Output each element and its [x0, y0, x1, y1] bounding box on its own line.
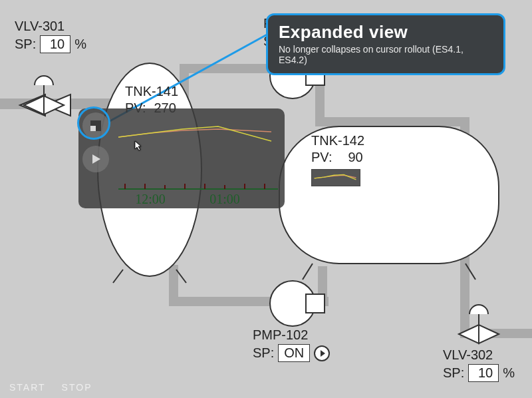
svg-line-6: [303, 264, 313, 280]
trend-x-tick-0: 12:00: [135, 192, 166, 206]
valve-vlv301: [20, 76, 70, 116]
tnk142-tag: TNK-142: [311, 133, 364, 148]
vlv301-sp-label: SP:: [15, 37, 36, 52]
vlv302-sp-value[interactable]: 10: [468, 364, 499, 382]
trend-plot: 12:00 01:00: [118, 114, 278, 208]
cursor-icon: [133, 140, 145, 154]
pmp102-tag: PMP-102: [253, 327, 330, 343]
vlv301-unit: %: [74, 37, 86, 52]
stop-button[interactable]: STOP: [62, 382, 92, 393]
svg-line-7: [466, 264, 475, 280]
trend-x-tick-1: 01:00: [209, 192, 240, 206]
svg-line-1: [113, 270, 123, 283]
vlv301-field: VLV-301 SP: 10 %: [15, 19, 86, 53]
vlv301-sp-value[interactable]: 10: [40, 35, 70, 53]
vlv302-unit: %: [503, 365, 515, 381]
play-icon: [89, 152, 102, 166]
svg-rect-9: [306, 294, 325, 313]
vlv302-sp-label: SP:: [443, 365, 464, 381]
trend-play-button[interactable]: [82, 146, 109, 172]
pump-pmp102: [270, 281, 325, 326]
pmp102-play-button[interactable]: [314, 345, 330, 361]
callout-target-ring: [77, 106, 110, 140]
svg-marker-13: [92, 154, 100, 164]
callout: Expanded view No longer collapses on cur…: [266, 13, 505, 75]
svg-line-2: [176, 270, 186, 283]
tnk142-mini-trend[interactable]: [311, 169, 360, 186]
vlv301-tag: VLV-301: [15, 19, 86, 34]
pmp102-sp-value[interactable]: ON: [278, 344, 310, 362]
tnk141-tag: TNK-141: [125, 84, 178, 99]
valve-vlv302: [459, 305, 499, 343]
pmp102-field: PMP-102 SP: ON: [253, 327, 330, 362]
vlv302-tag: VLV-302: [443, 347, 515, 363]
tnk142-pv-label: PV:: [311, 150, 332, 165]
vlv302-field: VLV-302 SP: 10 %: [443, 347, 515, 382]
tnk142-pv-value: 90: [336, 150, 363, 165]
start-button[interactable]: START: [9, 382, 46, 393]
callout-subtitle: No longer collapses on cursor rollout (E…: [279, 44, 493, 65]
pmp102-sp-label: SP:: [253, 345, 274, 361]
callout-title: Expanded view: [279, 22, 493, 43]
footer: START STOP: [9, 382, 92, 393]
tnk142-field: TNK-142 PV: 90: [311, 133, 364, 165]
